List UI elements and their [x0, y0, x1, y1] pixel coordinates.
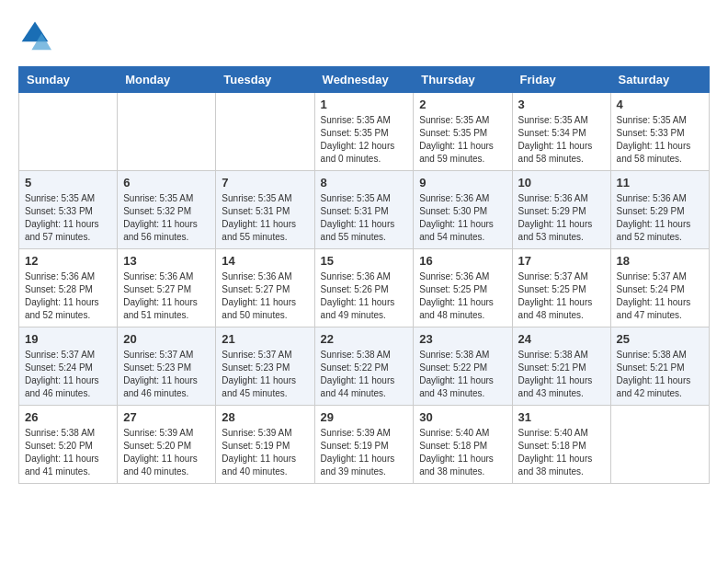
calendar-cell: 3Sunrise: 5:35 AM Sunset: 5:34 PM Daylig…	[512, 93, 610, 171]
day-info: Sunrise: 5:35 AM Sunset: 5:35 PM Dayligh…	[419, 114, 506, 166]
day-number: 16	[419, 254, 506, 268]
calendar-week-row: 12Sunrise: 5:36 AM Sunset: 5:28 PM Dayli…	[19, 249, 710, 327]
day-info: Sunrise: 5:36 AM Sunset: 5:25 PM Dayligh…	[419, 270, 506, 322]
col-header-friday: Friday	[512, 67, 610, 93]
calendar-cell: 6Sunrise: 5:35 AM Sunset: 5:32 PM Daylig…	[118, 171, 216, 249]
day-number: 2	[419, 98, 506, 111]
calendar-cell: 27Sunrise: 5:39 AM Sunset: 5:20 PM Dayli…	[118, 406, 216, 484]
calendar-cell: 7Sunrise: 5:35 AM Sunset: 5:31 PM Daylig…	[216, 171, 314, 249]
calendar-cell: 9Sunrise: 5:36 AM Sunset: 5:30 PM Daylig…	[414, 171, 512, 249]
calendar-cell: 8Sunrise: 5:35 AM Sunset: 5:31 PM Daylig…	[314, 171, 414, 249]
day-number: 4	[617, 98, 703, 111]
calendar-cell: 28Sunrise: 5:39 AM Sunset: 5:19 PM Dayli…	[216, 406, 314, 484]
day-info: Sunrise: 5:35 AM Sunset: 5:32 PM Dayligh…	[123, 192, 210, 244]
day-number: 29	[321, 410, 408, 424]
day-number: 6	[123, 176, 210, 190]
day-info: Sunrise: 5:37 AM Sunset: 5:23 PM Dayligh…	[222, 349, 308, 400]
calendar-cell: 31Sunrise: 5:40 AM Sunset: 5:18 PM Dayli…	[512, 406, 610, 484]
calendar-cell: 10Sunrise: 5:36 AM Sunset: 5:29 PM Dayli…	[512, 171, 610, 249]
day-number: 11	[617, 176, 703, 190]
calendar-table: SundayMondayTuesdayWednesdayThursdayFrid…	[18, 66, 710, 484]
calendar-cell	[610, 406, 709, 484]
day-info: Sunrise: 5:36 AM Sunset: 5:29 PM Dayligh…	[617, 192, 703, 244]
day-number: 19	[25, 332, 111, 346]
calendar-cell: 11Sunrise: 5:36 AM Sunset: 5:29 PM Dayli…	[610, 171, 709, 249]
day-number: 13	[123, 254, 210, 268]
calendar-cell: 26Sunrise: 5:38 AM Sunset: 5:20 PM Dayli…	[19, 406, 118, 484]
day-info: Sunrise: 5:40 AM Sunset: 5:18 PM Dayligh…	[419, 427, 506, 478]
day-info: Sunrise: 5:37 AM Sunset: 5:24 PM Dayligh…	[25, 349, 111, 400]
day-info: Sunrise: 5:36 AM Sunset: 5:26 PM Dayligh…	[321, 270, 408, 322]
day-info: Sunrise: 5:38 AM Sunset: 5:21 PM Dayligh…	[617, 349, 703, 400]
col-header-wednesday: Wednesday	[314, 67, 414, 93]
calendar-cell: 18Sunrise: 5:37 AM Sunset: 5:24 PM Dayli…	[610, 249, 709, 327]
day-number: 20	[123, 332, 210, 346]
day-number: 5	[25, 176, 111, 190]
calendar-week-row: 26Sunrise: 5:38 AM Sunset: 5:20 PM Dayli…	[19, 406, 710, 484]
calendar-cell: 1Sunrise: 5:35 AM Sunset: 5:35 PM Daylig…	[314, 93, 414, 171]
day-number: 18	[617, 254, 703, 268]
day-number: 8	[321, 176, 408, 190]
calendar-cell: 14Sunrise: 5:36 AM Sunset: 5:27 PM Dayli…	[216, 249, 314, 327]
day-info: Sunrise: 5:39 AM Sunset: 5:19 PM Dayligh…	[222, 427, 308, 478]
calendar-cell: 19Sunrise: 5:37 AM Sunset: 5:24 PM Dayli…	[19, 327, 118, 406]
calendar-week-row: 5Sunrise: 5:35 AM Sunset: 5:33 PM Daylig…	[19, 171, 710, 249]
day-info: Sunrise: 5:39 AM Sunset: 5:19 PM Dayligh…	[321, 427, 408, 478]
day-number: 23	[419, 332, 506, 346]
day-number: 25	[617, 332, 703, 346]
calendar-cell: 23Sunrise: 5:38 AM Sunset: 5:22 PM Dayli…	[414, 327, 512, 406]
day-info: Sunrise: 5:37 AM Sunset: 5:24 PM Dayligh…	[617, 270, 703, 322]
logo-icon	[18, 18, 51, 52]
day-info: Sunrise: 5:35 AM Sunset: 5:34 PM Dayligh…	[518, 114, 605, 166]
day-number: 22	[321, 332, 408, 346]
calendar-cell: 30Sunrise: 5:40 AM Sunset: 5:18 PM Dayli…	[414, 406, 512, 484]
calendar-cell: 24Sunrise: 5:38 AM Sunset: 5:21 PM Dayli…	[512, 327, 610, 406]
calendar-cell: 17Sunrise: 5:37 AM Sunset: 5:25 PM Dayli…	[512, 249, 610, 327]
calendar-cell: 15Sunrise: 5:36 AM Sunset: 5:26 PM Dayli…	[314, 249, 414, 327]
day-info: Sunrise: 5:40 AM Sunset: 5:18 PM Dayligh…	[518, 427, 605, 478]
day-number: 21	[222, 332, 308, 346]
day-info: Sunrise: 5:38 AM Sunset: 5:20 PM Dayligh…	[25, 427, 111, 478]
day-info: Sunrise: 5:36 AM Sunset: 5:29 PM Dayligh…	[518, 192, 605, 244]
col-header-saturday: Saturday	[610, 67, 709, 93]
calendar-cell: 5Sunrise: 5:35 AM Sunset: 5:33 PM Daylig…	[19, 171, 118, 249]
day-number: 27	[123, 410, 210, 424]
col-header-thursday: Thursday	[414, 67, 512, 93]
calendar-cell: 21Sunrise: 5:37 AM Sunset: 5:23 PM Dayli…	[216, 327, 314, 406]
day-info: Sunrise: 5:38 AM Sunset: 5:21 PM Dayligh…	[518, 349, 605, 400]
day-number: 28	[222, 410, 308, 424]
col-header-monday: Monday	[118, 67, 216, 93]
day-info: Sunrise: 5:35 AM Sunset: 5:35 PM Dayligh…	[321, 114, 408, 166]
calendar-cell	[19, 93, 118, 171]
day-number: 1	[321, 98, 408, 111]
day-info: Sunrise: 5:39 AM Sunset: 5:20 PM Dayligh…	[123, 427, 210, 478]
day-info: Sunrise: 5:35 AM Sunset: 5:31 PM Dayligh…	[321, 192, 408, 244]
calendar-header-row: SundayMondayTuesdayWednesdayThursdayFrid…	[19, 67, 710, 93]
calendar-cell: 29Sunrise: 5:39 AM Sunset: 5:19 PM Dayli…	[314, 406, 414, 484]
calendar-cell	[216, 93, 314, 171]
calendar-cell: 13Sunrise: 5:36 AM Sunset: 5:27 PM Dayli…	[118, 249, 216, 327]
calendar-cell: 4Sunrise: 5:35 AM Sunset: 5:33 PM Daylig…	[610, 93, 709, 171]
calendar-cell: 25Sunrise: 5:38 AM Sunset: 5:21 PM Dayli…	[610, 327, 709, 406]
day-info: Sunrise: 5:35 AM Sunset: 5:33 PM Dayligh…	[25, 192, 111, 244]
day-info: Sunrise: 5:38 AM Sunset: 5:22 PM Dayligh…	[321, 349, 408, 400]
day-number: 26	[25, 410, 111, 424]
calendar-cell: 22Sunrise: 5:38 AM Sunset: 5:22 PM Dayli…	[314, 327, 414, 406]
day-number: 17	[518, 254, 605, 268]
day-number: 12	[25, 254, 111, 268]
day-info: Sunrise: 5:36 AM Sunset: 5:28 PM Dayligh…	[25, 270, 111, 322]
calendar-cell: 20Sunrise: 5:37 AM Sunset: 5:23 PM Dayli…	[118, 327, 216, 406]
calendar-cell: 2Sunrise: 5:35 AM Sunset: 5:35 PM Daylig…	[414, 93, 512, 171]
calendar-week-row: 1Sunrise: 5:35 AM Sunset: 5:35 PM Daylig…	[19, 93, 710, 171]
day-number: 15	[321, 254, 408, 268]
day-info: Sunrise: 5:38 AM Sunset: 5:22 PM Dayligh…	[419, 349, 506, 400]
day-number: 3	[518, 98, 605, 111]
day-number: 14	[222, 254, 308, 268]
day-number: 31	[518, 410, 605, 424]
day-info: Sunrise: 5:35 AM Sunset: 5:31 PM Dayligh…	[222, 192, 308, 244]
day-number: 30	[419, 410, 506, 424]
calendar-cell	[118, 93, 216, 171]
day-info: Sunrise: 5:36 AM Sunset: 5:27 PM Dayligh…	[222, 270, 308, 322]
day-info: Sunrise: 5:36 AM Sunset: 5:27 PM Dayligh…	[123, 270, 210, 322]
day-info: Sunrise: 5:35 AM Sunset: 5:33 PM Dayligh…	[617, 114, 703, 166]
